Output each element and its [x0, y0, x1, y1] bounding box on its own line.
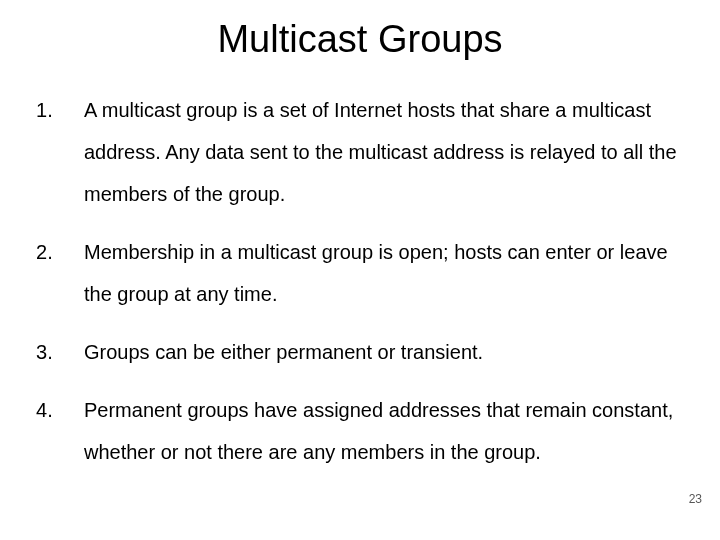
- list-item: A multicast group is a set of Internet h…: [36, 89, 684, 215]
- list-item: Groups can be either permanent or transi…: [36, 331, 684, 373]
- list-item: Permanent groups have assigned addresses…: [36, 389, 684, 473]
- slide: Multicast Groups A multicast group is a …: [0, 0, 720, 540]
- list-item: Membership in a multicast group is open;…: [36, 231, 684, 315]
- page-number: 23: [689, 492, 702, 506]
- points-list: A multicast group is a set of Internet h…: [36, 89, 684, 473]
- slide-title: Multicast Groups: [36, 18, 684, 61]
